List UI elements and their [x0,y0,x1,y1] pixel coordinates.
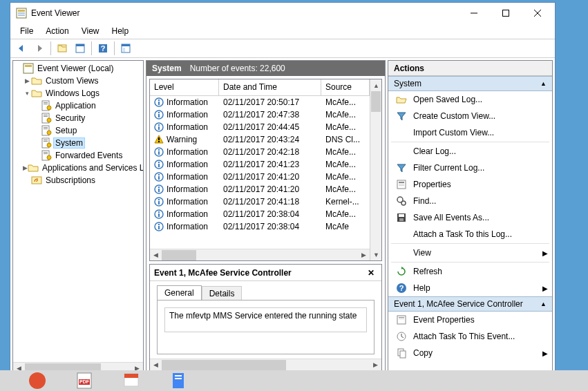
blank-icon [395,247,408,259]
cell-source: McAfe... [321,209,370,219]
detail-pane: Event 1, McAfee Service Controller ✕ Gen… [149,264,382,371]
action-find[interactable]: Find... [388,193,552,209]
grid-vscroll[interactable]: ▲ ▼ [370,79,381,260]
tree-subscriptions[interactable]: Subscriptions [13,174,143,187]
tab-general[interactable]: General [157,285,202,300]
tree-setup[interactable]: Setup [13,124,143,137]
grid-row[interactable]: Information02/11/2017 20:41:18Kernel-... [150,196,370,208]
action-filter-log[interactable]: Filter Current Log... [388,160,552,176]
scroll-thumb[interactable] [371,91,381,112]
scroll-right-icon[interactable]: ▶ [358,249,370,261]
menu-file[interactable]: File [15,25,39,37]
action-create-custom-view[interactable]: Create Custom View... [388,108,552,124]
col-source[interactable]: Source [321,79,370,95]
svg-rect-14 [122,44,130,46]
expander-icon[interactable]: ▾ [23,90,31,97]
action-attach-task-log[interactable]: Attach a Task To this Log... [388,226,552,242]
scroll-left-icon[interactable]: ◀ [150,359,162,371]
menu-help[interactable]: Help [106,25,135,37]
action-properties[interactable]: Properties [388,176,552,193]
tree-application[interactable]: Application [13,99,143,112]
svg-text:?: ? [399,284,404,292]
tree-apps-services[interactable]: ▶ Applications and Services Lo [13,162,143,174]
col-date[interactable]: Date and Time [219,79,321,95]
svg-rect-17 [25,65,32,67]
action-refresh[interactable]: Refresh [388,263,552,280]
grid-row[interactable]: Information02/11/2017 20:38:04McAfe... [150,208,370,220]
close-detail-button[interactable]: ✕ [365,267,377,279]
action-import-custom-view[interactable]: Import Custom View... [388,124,552,141]
close-button[interactable] [522,3,553,23]
show-hide-tree-button[interactable] [54,40,70,57]
tree-security[interactable]: Security [13,112,143,124]
action-help[interactable]: ? Help ▶ [388,280,552,296]
cell-level: Warning [167,135,197,144]
scroll-right-icon[interactable]: ▶ [370,359,381,371]
separator [91,41,92,55]
grid-hscroll[interactable]: ◀ ▶ [150,249,370,260]
folder-open-icon [31,88,42,99]
chevron-right-icon: ▶ [542,350,548,357]
tree-root[interactable]: Event Viewer (Local) [13,62,143,75]
scroll-left-icon[interactable]: ◀ [150,249,162,261]
extra-button[interactable] [117,40,134,57]
tree-system[interactable]: System [13,137,143,149]
svg-rect-15 [123,48,125,52]
events-title: System [152,64,182,73]
cell-date: 02/11/2017 20:44:45 [219,122,321,132]
expander-icon[interactable]: ▶ [23,77,31,84]
grid-header: Level Date and Time Source [150,79,370,96]
svg-rect-48 [158,137,160,140]
help-button[interactable]: ? [95,40,111,57]
taskbar-pdf-icon[interactable]: PDF [75,371,94,390]
scroll-up-icon[interactable]: ▲ [370,79,382,91]
grid-row[interactable]: Information02/11/2017 20:50:17McAfe... [150,96,370,108]
taskbar-app-icon[interactable] [169,371,188,390]
minimize-button[interactable] [458,3,490,23]
grid-row[interactable]: Information02/11/2017 20:41:20McAfe... [150,183,370,196]
action-save-all[interactable]: Save All Events As... [388,209,552,226]
detail-hscroll[interactable]: ◀ ▶ [150,359,381,370]
scroll-down-icon[interactable]: ▼ [370,249,382,260]
tree-windows-logs[interactable]: ▾ Windows Logs [13,87,143,99]
svg-rect-3 [18,15,25,16]
action-clear-log[interactable]: Clear Log... [388,143,552,160]
properties-button[interactable] [72,40,88,57]
svg-rect-28 [44,128,48,129]
grid-row[interactable]: Information02/11/2017 20:41:23McAfe... [150,158,370,171]
toolbar: ? [10,39,555,58]
tab-details[interactable]: Details [202,286,243,301]
forward-button[interactable] [31,40,48,57]
grid-row[interactable]: Information02/11/2017 20:44:45McAfe... [150,121,370,133]
col-level[interactable]: Level [150,79,219,95]
tree-forwarded[interactable]: Forwarded Events [13,149,143,162]
menu-view[interactable]: View [76,25,105,37]
action-open-saved-log[interactable]: Open Saved Log... [388,91,552,108]
actions-section-system[interactable]: System ▲ [388,76,552,91]
action-copy[interactable]: Copy ▶ [388,345,552,361]
grid-row[interactable]: Warning02/11/2017 20:43:24DNS Cl... [150,133,370,146]
back-button[interactable] [13,40,30,57]
taskbar-app-icon[interactable] [28,371,47,390]
info-icon [154,147,164,157]
grid-row[interactable]: Information02/11/2017 20:47:38McAfe... [150,108,370,121]
actions-section-event[interactable]: Event 1, McAfee Service Controller ▲ [388,296,552,312]
action-event-properties[interactable]: Event Properties [388,312,552,328]
action-attach-task-event[interactable]: Attach Task To This Event... [388,328,552,345]
maximize-button[interactable] [490,3,522,23]
svg-rect-31 [44,140,48,140]
event-properties-icon [395,314,408,326]
scroll-thumb[interactable] [162,360,286,370]
grid-row[interactable]: Information02/11/2017 20:42:18McAfe... [150,146,370,158]
tree-pane: Event Viewer (Local) ▶ Custom Views ▾ Wi… [12,60,144,374]
menu-action[interactable]: Action [40,25,74,37]
cell-level: Information [167,222,208,231]
expander-icon[interactable]: ▶ [23,164,28,171]
grid-row[interactable]: Information02/11/2017 20:38:04McAfe [150,220,370,233]
tree-custom-views[interactable]: ▶ Custom Views [13,75,143,87]
grid-row[interactable]: Information02/11/2017 20:41:20McAfe... [150,171,370,183]
action-view-submenu[interactable]: View ▶ [388,245,552,261]
content: Event Viewer (Local) ▶ Custom Views ▾ Wi… [10,58,555,376]
scroll-thumb[interactable] [162,250,196,260]
taskbar-app-icon[interactable] [122,371,141,390]
